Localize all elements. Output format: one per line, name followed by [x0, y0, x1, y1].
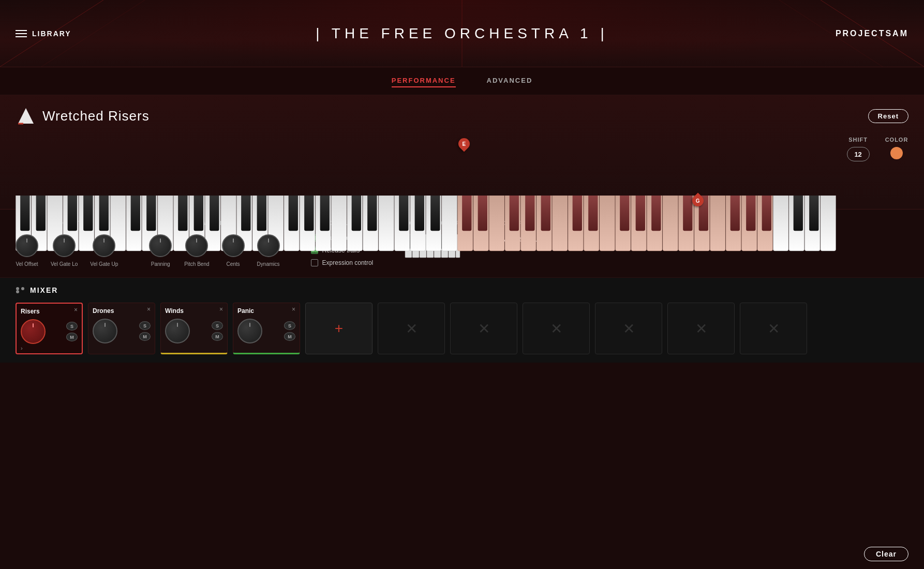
empty-channel-2: ✕: [450, 303, 517, 354]
risers-close[interactable]: ×: [74, 307, 78, 313]
winds-knob[interactable]: [165, 319, 190, 343]
risers-mute-btn[interactable]: M: [66, 333, 78, 341]
library-button[interactable]: LIBRARY: [16, 29, 71, 38]
vel-offset-knob[interactable]: [16, 234, 38, 257]
panning-label: Panning: [151, 261, 170, 267]
tab-advanced[interactable]: ADVANCED: [487, 74, 533, 87]
panic-knob[interactable]: [237, 319, 262, 343]
channel-risers[interactable]: × Risers S M ›: [16, 303, 83, 354]
panic-mute-btn[interactable]: M: [284, 332, 295, 341]
color-control: COLOR: [885, 137, 908, 161]
vel-gate-up-label: Vel Gate Up: [90, 261, 118, 267]
bottom-bar: Clear: [848, 539, 924, 569]
piano-svg: [16, 137, 836, 193]
empty-channel-6: ✕: [740, 303, 807, 354]
empty-channel-5: ✕: [667, 303, 735, 354]
knob-panning: Panning: [149, 234, 172, 267]
cents-knob[interactable]: [222, 234, 245, 257]
vel-gate-lo-knob[interactable]: [53, 234, 76, 257]
preset-name-area: Wretched Risers: [16, 106, 150, 126]
risers-scroll-arrow[interactable]: ›: [21, 345, 23, 351]
add-channel-button[interactable]: +: [305, 303, 372, 354]
add-icon: +: [335, 321, 343, 336]
library-label: LIBRARY: [32, 29, 71, 38]
preset-name: Wretched Risers: [42, 108, 150, 124]
cents-label: Cents: [227, 261, 240, 267]
empty-channel-4: ✕: [595, 303, 662, 354]
knob-vel-offset: Vel Offset: [16, 234, 38, 267]
knob-cents: Cents: [222, 234, 245, 267]
performance-area: Wretched Risers Reset: [0, 95, 924, 209]
svg-point-20: [16, 287, 19, 290]
panic-name: Panic: [237, 307, 295, 315]
keyboard-wrapper: E G: [16, 137, 836, 193]
panic-solo-btn[interactable]: S: [284, 321, 295, 330]
empty-icon-1: ✕: [406, 320, 418, 337]
brand-name: PROJECTSAM: [836, 29, 908, 38]
tab-performance[interactable]: PERFORMANCE: [392, 74, 456, 87]
vel-offset-label: Vel Offset: [16, 261, 38, 267]
channel-drones[interactable]: × Drones S M: [88, 303, 155, 354]
preset-logo: [16, 106, 36, 126]
winds-mute-btn[interactable]: M: [212, 332, 223, 341]
pitch-bend-knob[interactable]: [185, 234, 208, 257]
clear-button[interactable]: Clear: [864, 547, 908, 561]
risers-knob-area: S M: [21, 319, 78, 344]
shift-value[interactable]: 12: [847, 147, 870, 161]
winds-solo-btn[interactable]: S: [212, 321, 223, 330]
keyboard-controls-row: E G SHIFT 12: [16, 137, 908, 193]
mixer-section: MIXER × Risers S M › × Drones S: [0, 278, 924, 363]
piano-keyboard[interactable]: [16, 137, 836, 193]
shift-color-row: SHIFT 12 COLOR: [847, 137, 908, 161]
hamburger-icon: [16, 30, 27, 37]
winds-knob-area: S M: [165, 319, 223, 343]
velocity-knobs: Vel Offset Vel Gate Lo Vel Gate Up: [16, 234, 118, 267]
keyboard-section: E G SHIFT 12: [16, 137, 908, 193]
header: LIBRARY | THE FREE ORCHESTRA 1 | PROJECT…: [0, 0, 924, 67]
panning-knob[interactable]: [149, 234, 172, 257]
vel-gate-up-knob[interactable]: [93, 234, 115, 257]
nav-tabs: PERFORMANCE ADVANCED: [0, 67, 924, 95]
preset-header: Wretched Risers Reset: [16, 106, 908, 126]
expression-label: Expression control: [322, 259, 374, 266]
shift-label: SHIFT: [848, 137, 868, 143]
risers-side-buttons: S M: [66, 322, 78, 341]
pitch-bend-label: Pitch Bend: [184, 261, 209, 267]
app-title: | THE FREE ORCHESTRA 1 |: [316, 25, 608, 42]
channel-winds[interactable]: × Winds S M: [160, 303, 228, 354]
color-label: COLOR: [885, 137, 908, 143]
winds-close[interactable]: ×: [219, 306, 223, 312]
reset-button[interactable]: Reset: [868, 109, 908, 123]
empty-icon-5: ✕: [695, 320, 707, 337]
dynamics-knob[interactable]: [257, 234, 280, 257]
panic-close[interactable]: ×: [292, 306, 295, 312]
empty-icon-2: ✕: [478, 320, 490, 337]
winds-name: Winds: [165, 307, 223, 315]
channel-panic[interactable]: × Panic S M: [233, 303, 300, 354]
drones-knob-area: S M: [93, 319, 151, 343]
drones-name: Drones: [93, 307, 151, 315]
panic-side-buttons: S M: [284, 321, 295, 341]
svg-point-21: [21, 287, 24, 290]
drones-side-buttons: S M: [139, 321, 151, 341]
knob-dynamics: Dynamics: [257, 234, 280, 267]
risers-name: Risers: [21, 308, 78, 315]
knob-vel-gate-lo: Vel Gate Lo: [51, 234, 78, 267]
risers-solo-btn[interactable]: S: [66, 322, 78, 331]
mixer-title: MIXER: [30, 286, 58, 294]
toggle-expression[interactable]: Expression control: [311, 259, 374, 266]
drones-close[interactable]: ×: [147, 306, 151, 312]
expression-checkbox[interactable]: [311, 259, 318, 266]
panic-knob-area: S M: [237, 319, 295, 343]
empty-icon-4: ✕: [623, 320, 635, 337]
empty-icon-3: ✕: [550, 320, 562, 337]
svg-point-22: [16, 290, 19, 293]
mixer-channels: × Risers S M › × Drones S M: [16, 303, 908, 354]
drones-mute-btn[interactable]: M: [139, 332, 151, 341]
risers-knob[interactable]: [21, 319, 46, 344]
knob-pitch-bend: Pitch Bend: [184, 234, 209, 267]
empty-channel-1: ✕: [378, 303, 445, 354]
color-dot[interactable]: [890, 147, 903, 159]
drones-knob[interactable]: [93, 319, 117, 343]
drones-solo-btn[interactable]: S: [139, 321, 151, 330]
